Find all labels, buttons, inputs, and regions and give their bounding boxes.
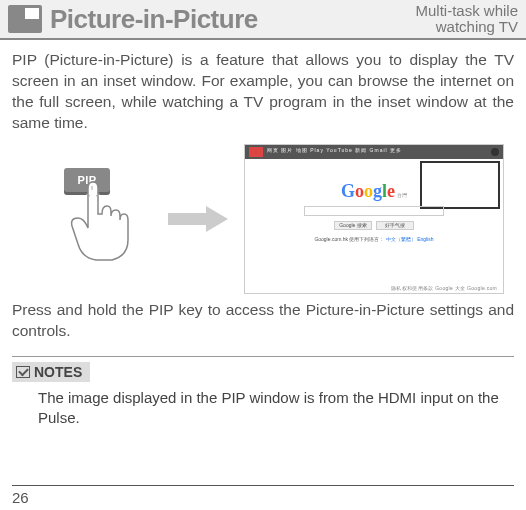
pip-header-icon <box>8 5 42 33</box>
intro-paragraph: PIP (Picture-in-Picture) is a feature th… <box>12 50 514 134</box>
page-title: Picture-in-Picture <box>50 4 415 35</box>
browser-nav-tabs: 网页 图片 地图 Play YouTube 新闻 Gmail 更多 <box>267 147 402 153</box>
search-input <box>304 206 444 216</box>
language-links: Google.com.hk 使用下列语言： 中文（繁體） English <box>314 236 433 242</box>
hand-press-illustration: PIP <box>22 164 152 274</box>
google-logo: Google台灣 <box>341 181 407 202</box>
google-search-button: Google 搜索 <box>334 221 372 230</box>
notes-section: NOTES The image displayed in the PIP win… <box>12 356 514 429</box>
instruction-paragraph: Press and hold the PIP key to access the… <box>12 300 514 342</box>
checklist-icon <box>16 366 30 378</box>
arrow-icon <box>168 206 228 232</box>
notes-heading: NOTES <box>12 362 90 382</box>
lucky-button: 好手气搜 <box>376 221 414 230</box>
browser-topbar: 网页 图片 地图 Play YouTube 新闻 Gmail 更多 <box>245 145 503 159</box>
browser-footer-links: 隐私权和使用条款 Google 大全 Google.com <box>391 285 497 291</box>
illustration-row: PIP 网页 图片 地图 Play YouTube 新闻 Gmail 更多 Go… <box>12 144 514 294</box>
notes-text: The image displayed in the PIP window is… <box>38 388 514 429</box>
google-homepage: Google台灣 Google 搜索 好手气搜 Google.com.hk 使用… <box>245 181 503 242</box>
page-header: Picture-in-Picture Multi-task while watc… <box>0 0 526 40</box>
gear-icon <box>491 148 499 156</box>
google-buttons: Google 搜索 好手气搜 <box>334 221 414 230</box>
browser-logo-tag <box>249 147 263 157</box>
hand-icon <box>62 178 142 268</box>
footer-divider <box>12 485 514 486</box>
page-subtitle: Multi-task while watching TV <box>415 3 526 35</box>
browser-preview: 网页 图片 地图 Play YouTube 新闻 Gmail 更多 Google… <box>244 144 504 294</box>
page-number: 26 <box>12 489 29 506</box>
main-content: PIP (Picture-in-Picture) is a feature th… <box>0 40 526 428</box>
